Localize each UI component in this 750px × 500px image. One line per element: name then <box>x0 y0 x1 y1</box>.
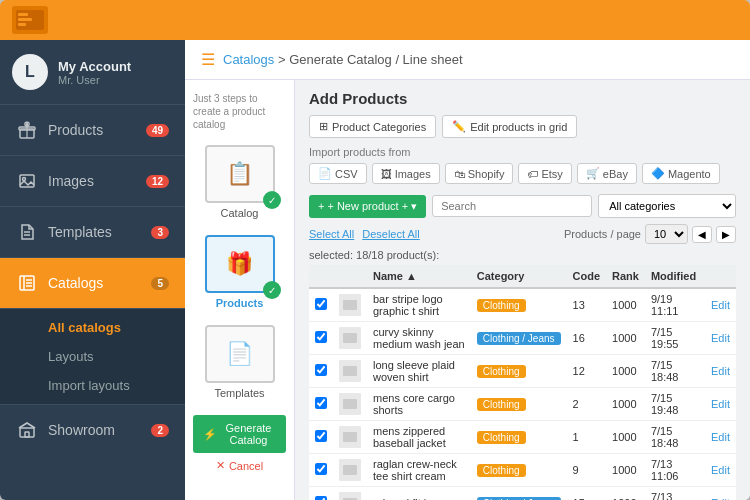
table-row: mens core cargo shorts Clothing 2 1000 7… <box>309 388 736 421</box>
col-modified[interactable]: Modified <box>645 265 705 288</box>
sidebar-sub-layouts[interactable]: Layouts <box>0 342 185 371</box>
table-row: mens zippered baseball jacket Clothing 1… <box>309 421 736 454</box>
panel-title: Add Products <box>309 90 736 107</box>
table-row: bar stripe logo graphic t shirt Clothing… <box>309 288 736 322</box>
import-etsy-button[interactable]: 🏷 Etsy <box>518 163 571 184</box>
category-select[interactable]: All categories <box>598 194 736 218</box>
import-magento-button[interactable]: 🔷 Magento <box>642 163 720 184</box>
row-checkbox[interactable] <box>315 298 327 310</box>
sidebar-item-products[interactable]: Products 49 <box>0 105 185 156</box>
row-checkbox[interactable] <box>315 430 327 442</box>
col-category[interactable]: Category <box>471 265 567 288</box>
per-page-row: Products / page 10 ◀ ▶ <box>564 224 736 244</box>
step-products[interactable]: 🎁 ✓ Products <box>193 235 286 309</box>
search-input[interactable] <box>432 195 592 217</box>
row-checkbox[interactable] <box>315 463 327 475</box>
col-rank[interactable]: Rank <box>606 265 645 288</box>
row-modified: 7/15 18:48 <box>645 355 705 388</box>
row-rank: 1000 <box>606 454 645 487</box>
row-edit[interactable]: Edit <box>705 454 736 487</box>
edit-link[interactable]: Edit <box>711 398 730 410</box>
table-row: raglan crew-neck tee shirt cream Clothin… <box>309 454 736 487</box>
row-name: raglan crew-neck tee shirt cream <box>367 454 471 487</box>
row-modified: 7/13 11:06 <box>645 454 705 487</box>
row-checkbox[interactable] <box>315 364 327 376</box>
images-badge: 12 <box>146 175 169 188</box>
row-modified: 7/13 11:11 <box>645 487 705 501</box>
row-checkbox-cell[interactable] <box>309 454 333 487</box>
row-edit[interactable]: Edit <box>705 487 736 501</box>
import-images-button[interactable]: 🖼 Images <box>372 163 440 184</box>
row-checkbox[interactable] <box>315 496 327 500</box>
generate-catalog-button[interactable]: ⚡ Generate Catalog <box>193 415 286 453</box>
svg-rect-23 <box>343 366 357 376</box>
sidebar-user[interactable]: L My Account Mr. User <box>0 40 185 105</box>
action-buttons-row: ⊞ Product Categories ✏️ Edit products in… <box>309 115 736 138</box>
row-checkbox-cell[interactable] <box>309 355 333 388</box>
step-catalog[interactable]: 📋 ✓ Catalog <box>193 145 286 219</box>
edit-link[interactable]: Edit <box>711 299 730 311</box>
menu-icon: ☰ <box>201 50 215 69</box>
row-edit[interactable]: Edit <box>705 322 736 355</box>
row-checkbox-cell[interactable] <box>309 421 333 454</box>
row-code: 12 <box>567 355 607 388</box>
row-checkbox[interactable] <box>315 397 327 409</box>
row-edit[interactable]: Edit <box>705 388 736 421</box>
images-icon2: 🖼 <box>381 168 392 180</box>
next-page-button[interactable]: ▶ <box>716 226 736 243</box>
catalog-step-icon: 📋 <box>226 161 253 187</box>
row-category: Clothing <box>471 454 567 487</box>
row-thumb-cell <box>333 388 367 421</box>
breadcrumb-parent[interactable]: Catalogs <box>223 52 274 67</box>
images-label: Images <box>48 173 146 189</box>
svg-rect-3 <box>18 23 26 26</box>
table-row: relaxed fit jeans Clothing / Jeans 15 10… <box>309 487 736 501</box>
product-categories-button[interactable]: ⊞ Product Categories <box>309 115 436 138</box>
col-code[interactable]: Code <box>567 265 607 288</box>
sidebar-sub-all-catalogs[interactable]: All catalogs <box>0 313 185 342</box>
steps-panel: Just 3 steps to create a product catalog… <box>185 80 295 500</box>
sidebar-item-catalogs[interactable]: Catalogs 5 <box>0 258 185 309</box>
cancel-button[interactable]: ✕ Cancel <box>193 459 286 472</box>
per-page-select[interactable]: 10 <box>645 224 688 244</box>
row-checkbox-cell[interactable] <box>309 487 333 501</box>
row-checkbox[interactable] <box>315 331 327 343</box>
edit-link[interactable]: Edit <box>711 365 730 377</box>
edit-link[interactable]: Edit <box>711 332 730 344</box>
import-csv-button[interactable]: 📄 CSV <box>309 163 367 184</box>
sidebar-item-templates[interactable]: Templates 3 <box>0 207 185 258</box>
row-code: 16 <box>567 322 607 355</box>
catalogs-badge: 5 <box>151 277 169 290</box>
categories-icon: ⊞ <box>319 120 328 133</box>
row-checkbox-cell[interactable] <box>309 388 333 421</box>
edit-link[interactable]: Edit <box>711 431 730 443</box>
product-thumbnail <box>339 360 361 382</box>
deselect-all-button[interactable]: Deselect All <box>362 228 419 240</box>
edit-products-grid-button[interactable]: ✏️ Edit products in grid <box>442 115 577 138</box>
row-category: Clothing <box>471 421 567 454</box>
sidebar-item-images[interactable]: Images 12 <box>0 156 185 207</box>
step-templates[interactable]: 📄 Templates <box>193 325 286 399</box>
sidebar-item-showroom[interactable]: Showroom 2 <box>0 404 185 455</box>
col-name[interactable]: Name ▲ <box>367 265 471 288</box>
products-toolbar: + + New product + ▾ All categories <box>309 194 736 218</box>
prev-page-button[interactable]: ◀ <box>692 226 712 243</box>
sidebar-sub-import-layouts[interactable]: Import layouts <box>0 371 185 400</box>
row-checkbox-cell[interactable] <box>309 322 333 355</box>
row-edit[interactable]: Edit <box>705 421 736 454</box>
svg-rect-1 <box>18 13 28 16</box>
edit-link[interactable]: Edit <box>711 464 730 476</box>
select-all-button[interactable]: Select All <box>309 228 354 240</box>
row-name: relaxed fit jeans <box>367 487 471 501</box>
row-category: Clothing <box>471 355 567 388</box>
import-ebay-button[interactable]: 🛒 eBay <box>577 163 637 184</box>
new-product-button[interactable]: + + New product + ▾ <box>309 195 426 218</box>
row-edit[interactable]: Edit <box>705 355 736 388</box>
row-modified: 9/19 11:11 <box>645 288 705 322</box>
file-icon <box>16 221 38 243</box>
row-checkbox-cell[interactable] <box>309 288 333 322</box>
row-edit[interactable]: Edit <box>705 288 736 322</box>
image-icon <box>16 170 38 192</box>
step-products-label: Products <box>216 297 264 309</box>
import-shopify-button[interactable]: 🛍 Shopify <box>445 163 514 184</box>
